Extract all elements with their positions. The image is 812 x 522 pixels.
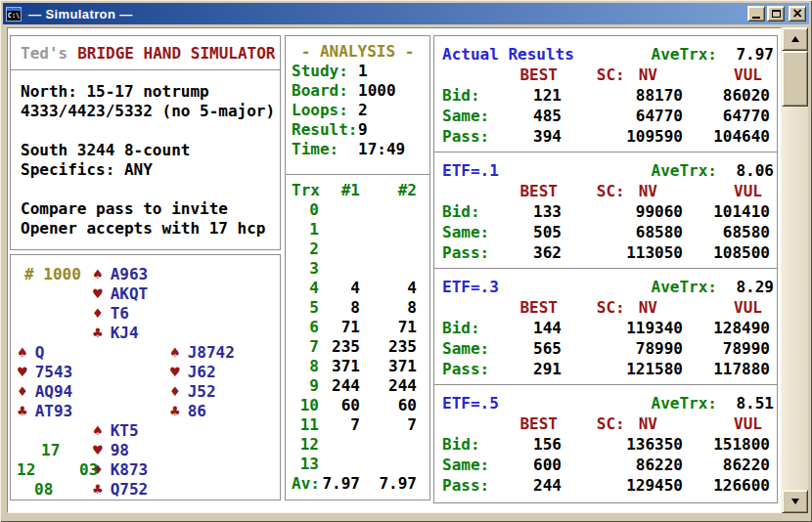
diamond-icon: ♦: [170, 382, 180, 401]
col-header-sc-nv: SC:NV: [562, 65, 683, 85]
card-holding: KT5: [111, 421, 139, 440]
results-section-header: ETF=.1AveTrx:8.06: [442, 160, 774, 181]
dos-prompt-icon[interactable]: C:\: [6, 7, 22, 22]
card-holding: A963: [111, 265, 149, 283]
trx-row: 8371371: [292, 357, 429, 376]
maximize-button[interactable]: [767, 6, 785, 22]
trx-header-label: Trx: [292, 181, 321, 200]
trx-count-run1: [321, 435, 360, 455]
north-hand-line: ♠A963: [93, 265, 148, 284]
close-button[interactable]: ×: [789, 6, 806, 22]
card-holding: J62: [188, 363, 216, 381]
nv-value: 99060: [562, 201, 683, 222]
heart-icon: ♥: [18, 363, 27, 381]
trx-row: Av:7.977.97: [292, 474, 429, 494]
south-hand-line: ♠KT5: [93, 421, 148, 441]
results-section-header: ETF=.5AveTrx:8.51: [442, 393, 774, 413]
west-hand-line: ♦AQ94: [18, 382, 72, 402]
best-value: 291: [503, 359, 562, 379]
results-row: Pass:244129450126600: [442, 475, 774, 496]
col-header-best: BEST: [503, 413, 562, 434]
row-label: Same:: [442, 106, 503, 126]
field-label: Result:: [292, 120, 358, 140]
spade-icon: ♠: [18, 343, 27, 362]
trx-rows: 0123444588671717235235837137192442441060…: [292, 200, 429, 494]
spade-icon: ♠: [93, 265, 103, 283]
minimize-button[interactable]: [747, 6, 765, 22]
diamond-icon: ♦: [18, 382, 27, 401]
row-label: Pass:: [442, 475, 503, 496]
best-value: 485: [503, 106, 562, 126]
results-row: Same:6008622086220: [442, 455, 774, 475]
vul-value: 78990: [683, 338, 770, 359]
trick-distribution-table: Trx #1 #2 012344458867171723523583713719…: [286, 175, 429, 494]
south-hand: ♠KT5♥98♦K873♣Q752: [93, 421, 148, 500]
results-row: Same:5056858068580: [442, 222, 774, 242]
col-header-spacer: [442, 181, 503, 201]
trx-count-run1: 7: [321, 415, 360, 435]
scrollbar-thumb[interactable]: [782, 51, 808, 107]
study-conditions: North: 15-17 notrump4333/4423/5332 (no 5…: [11, 70, 280, 239]
results-section: ETF=.1AveTrx:8.06BESTSC:NVVULBid:1339906…: [434, 152, 777, 269]
best-value: 133: [503, 201, 562, 222]
results-section-header: ETF=.3AveTrx:8.29: [442, 277, 774, 297]
nv-value: 136350: [562, 434, 683, 455]
best-value: 394: [503, 126, 562, 147]
results-sections: Actual ResultsAveTrx:7.97BESTSC:NVVULBid…: [434, 36, 777, 501]
maximize-icon: [772, 10, 781, 18]
col-header-spacer: [442, 65, 503, 85]
nv-label: NV: [639, 413, 657, 434]
condition-line: Compare pass to invite: [21, 199, 280, 219]
nv-value: 109590: [562, 126, 683, 147]
app-window: C:\ — Simulatron — × Ted'sBRIDGE HAND SI…: [0, 0, 812, 522]
scroll-up-button[interactable]: [782, 27, 808, 51]
sc-label: SC:: [597, 413, 625, 434]
nv-value: 129450: [562, 475, 683, 496]
trx-count-run1: 71: [321, 318, 360, 337]
row-label: Bid:: [442, 201, 503, 222]
best-value: 156: [503, 434, 562, 455]
trx-row: 1: [292, 220, 429, 239]
vertical-scrollbar[interactable]: [782, 27, 808, 513]
section-title: ETF=.3: [442, 277, 499, 297]
trx-count-run2: 8: [360, 298, 417, 318]
trx-row: 67171: [292, 318, 429, 337]
section-title: Actual Results: [442, 44, 574, 65]
results-row: Pass:394109590104640: [442, 126, 774, 147]
row-label: Bid:: [442, 318, 503, 338]
results-row: Bid:156136350151800: [442, 434, 774, 455]
trx-label: 11: [292, 415, 321, 435]
col-header-sc-nv: SC:NV: [562, 413, 683, 434]
trx-count-run1: 8: [321, 298, 360, 318]
row-label: Pass:: [442, 242, 503, 263]
results-row: Bid:13399060101410: [442, 201, 774, 222]
east-hand-line: ♦J52: [170, 382, 235, 402]
col-header-vul: VUL: [683, 413, 770, 434]
vul-value: 101410: [683, 201, 770, 222]
trx-count-run2: [360, 455, 417, 474]
field-label: Loops:: [292, 101, 358, 120]
results-column-headers: BESTSC:NVVUL: [442, 65, 774, 85]
analysis-field: Board:1000: [292, 81, 429, 101]
row-label: Pass:: [442, 359, 503, 379]
trx-count-run2: 235: [360, 337, 417, 357]
trx-count-run2: 71: [360, 318, 417, 337]
title-bar[interactable]: C:\ — Simulatron — ×: [3, 3, 809, 24]
trx-count-run1: [321, 200, 360, 220]
east-hand-line: ♥J62: [170, 363, 235, 382]
app-title: Ted'sBRIDGE HAND SIMULATOR: [11, 36, 280, 70]
trx-row: 3: [292, 259, 429, 279]
north-hand-line: ♥AKQT: [93, 284, 148, 304]
trx-count-run2: 4: [360, 279, 417, 298]
col-header-vul: VUL: [683, 297, 770, 318]
nv-value: 78990: [562, 338, 683, 359]
scroll-down-icon: [791, 499, 799, 504]
deal-panel: # 1000 ♠A963♥AKQT♦T6♣KJ4 ♠Q♥7543♦AQ94♣AT…: [10, 254, 281, 500]
trx-label: 10: [292, 396, 321, 415]
avetrx-label: AveTrx:: [652, 393, 717, 413]
scroll-down-button[interactable]: [782, 490, 808, 513]
trx-header-row: Trx #1 #2: [292, 181, 429, 200]
col-header-sc-nv: SC:NV: [562, 297, 683, 318]
north-hand-line: ♣KJ4: [93, 324, 148, 343]
field-label: Study:: [292, 62, 358, 81]
